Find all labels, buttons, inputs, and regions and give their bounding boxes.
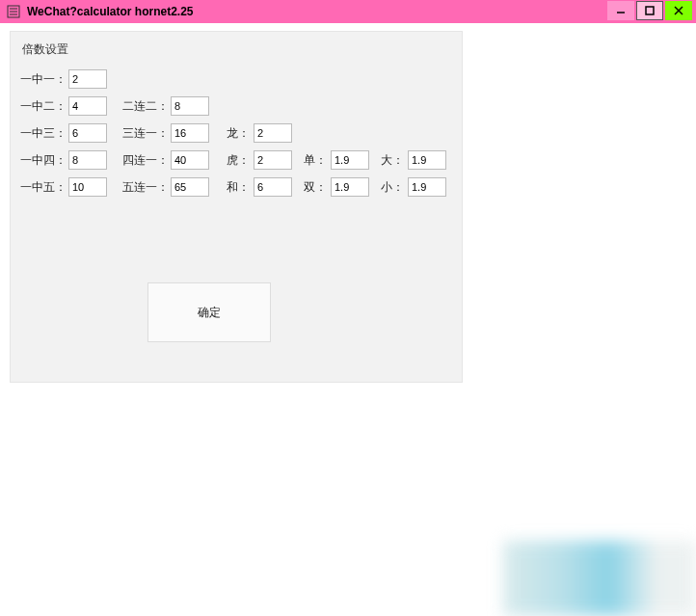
input-long[interactable]	[254, 123, 292, 143]
confirm-button-label: 确定	[198, 305, 221, 321]
confirm-button[interactable]: 确定	[147, 282, 271, 342]
decorative-blur	[503, 541, 696, 616]
row-4: 一中四： 四连一： 虎： 单： 大：	[18, 147, 454, 174]
label-sly: 三连一：	[122, 125, 171, 142]
input-dan[interactable]	[331, 150, 369, 170]
label-hu: 虎：	[225, 152, 254, 169]
label-yzs: 一中三：	[20, 125, 68, 142]
window-controls	[605, 1, 692, 22]
label-yzw: 一中五：	[20, 179, 68, 196]
input-yze[interactable]	[68, 96, 107, 116]
app-icon	[6, 4, 21, 19]
label-sily: 四连一：	[122, 152, 171, 169]
label-yzy: 一中一：	[20, 71, 68, 88]
input-hu[interactable]	[254, 150, 292, 170]
label-ele: 二连二：	[122, 98, 171, 115]
client-area: 倍数设置 一中一： 一中二： 二连二： 一中三：	[0, 23, 696, 616]
input-yzs[interactable]	[68, 123, 107, 143]
row-5: 一中五： 五连一： 和： 双： 小：	[18, 174, 454, 201]
label-long: 龙：	[225, 125, 254, 142]
row-1: 一中一：	[18, 66, 454, 93]
multiplier-panel: 倍数设置 一中一： 一中二： 二连二： 一中三：	[10, 31, 463, 383]
minimize-button[interactable]	[607, 1, 634, 20]
close-button[interactable]	[665, 1, 692, 20]
input-wly[interactable]	[171, 177, 209, 197]
svg-rect-2	[646, 7, 654, 14]
label-xiao: 小：	[379, 179, 408, 196]
titlebar: WeChat?calculator hornet2.25	[0, 0, 696, 23]
input-yzw[interactable]	[68, 177, 107, 197]
label-dan: 单：	[302, 152, 331, 169]
input-shuang[interactable]	[331, 177, 369, 197]
maximize-button[interactable]	[636, 1, 663, 20]
window-title: WeChat?calculator hornet2.25	[27, 5, 605, 18]
label-shuang: 双：	[302, 179, 331, 196]
input-ele[interactable]	[171, 96, 209, 116]
input-sly[interactable]	[171, 123, 209, 143]
input-sily[interactable]	[171, 150, 209, 170]
row-3: 一中三： 三连一： 龙：	[18, 120, 454, 147]
label-wly: 五连一：	[122, 179, 171, 196]
label-yzsi: 一中四：	[20, 152, 68, 169]
row-2: 一中二： 二连二：	[18, 93, 454, 120]
input-yzsi[interactable]	[68, 150, 107, 170]
input-xiao[interactable]	[408, 177, 446, 197]
label-he: 和：	[225, 179, 254, 196]
input-da[interactable]	[408, 150, 446, 170]
input-he[interactable]	[254, 177, 292, 197]
label-yze: 一中二：	[20, 98, 68, 115]
input-yzy[interactable]	[68, 69, 107, 89]
label-da: 大：	[379, 152, 408, 169]
panel-title: 倍数设置	[18, 41, 454, 58]
